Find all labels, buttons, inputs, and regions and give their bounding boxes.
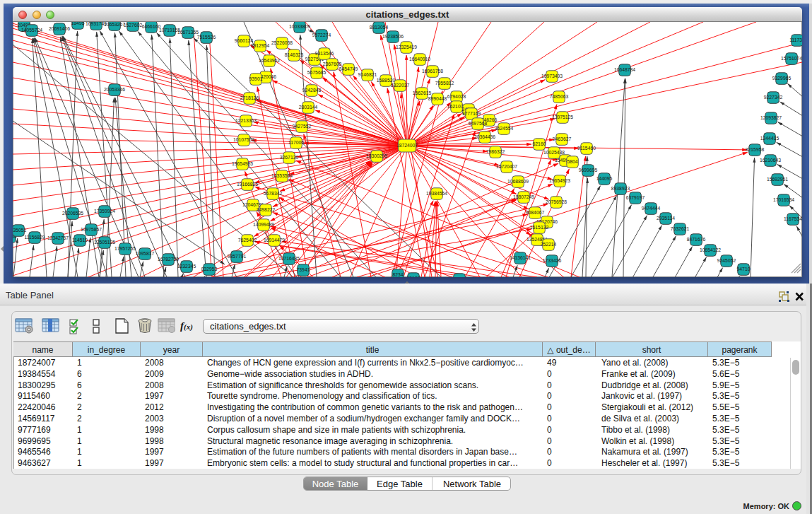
svg-text:114519: 114519 bbox=[72, 238, 88, 243]
svg-text:1095817: 1095817 bbox=[136, 251, 155, 256]
svg-text:12213363: 12213363 bbox=[235, 118, 257, 123]
svg-text:14353594: 14353594 bbox=[271, 173, 293, 178]
svg-text:15720407: 15720407 bbox=[496, 164, 517, 169]
svg-text:19166825: 19166825 bbox=[237, 182, 258, 187]
svg-text:9242848: 9242848 bbox=[302, 88, 322, 93]
svg-text:16782759: 16782759 bbox=[158, 257, 179, 262]
svg-text:435051: 435051 bbox=[13, 228, 27, 233]
svg-text:10025438: 10025438 bbox=[543, 150, 565, 155]
svg-text:1615132: 1615132 bbox=[530, 225, 549, 230]
svg-text:9427552: 9427552 bbox=[293, 124, 312, 129]
svg-text:20756928: 20756928 bbox=[546, 199, 567, 204]
svg-text:12093827: 12093827 bbox=[760, 115, 782, 120]
svg-text:25226058: 25226058 bbox=[271, 40, 293, 45]
svg-text:117006: 117006 bbox=[288, 140, 304, 145]
svg-text:9115460: 9115460 bbox=[577, 146, 596, 151]
svg-text:10654122: 10654122 bbox=[700, 247, 721, 252]
svg-text:8471676: 8471676 bbox=[687, 237, 706, 242]
svg-text:3267130: 3267130 bbox=[280, 155, 299, 160]
svg-text:1244415: 1244415 bbox=[760, 136, 779, 141]
svg-text:20654: 20654 bbox=[453, 276, 466, 277]
svg-text:14055724: 14055724 bbox=[21, 28, 42, 33]
svg-text:14099489: 14099489 bbox=[253, 222, 274, 227]
svg-text:6466160: 6466160 bbox=[142, 24, 161, 29]
svg-text:16543962: 16543962 bbox=[259, 58, 280, 63]
svg-text:10653267: 10653267 bbox=[104, 22, 125, 27]
svg-text:11156829: 11156829 bbox=[24, 235, 45, 240]
svg-text:62160: 62160 bbox=[533, 141, 546, 146]
svg-text:2367608: 2367608 bbox=[323, 62, 342, 66]
svg-text:20206535: 20206535 bbox=[62, 211, 83, 216]
svg-text:10975857: 10975857 bbox=[81, 227, 102, 232]
svg-text:9313546: 9313546 bbox=[315, 51, 334, 56]
svg-text:10033809: 10033809 bbox=[289, 24, 310, 29]
svg-text:12505135: 12505135 bbox=[94, 240, 115, 245]
svg-text:111734: 111734 bbox=[789, 37, 802, 42]
svg-text:73941: 73941 bbox=[297, 267, 310, 272]
svg-text:7955812: 7955812 bbox=[435, 81, 454, 86]
svg-text:9572274: 9572274 bbox=[312, 33, 331, 37]
svg-text:19654985: 19654985 bbox=[232, 161, 253, 166]
svg-text:8146323: 8146323 bbox=[285, 52, 304, 57]
svg-text:16210643: 16210643 bbox=[760, 158, 781, 163]
svg-text:5675685: 5675685 bbox=[307, 70, 326, 75]
svg-text:17957255: 17957255 bbox=[114, 246, 136, 251]
svg-text:9777169: 9777169 bbox=[462, 111, 481, 116]
svg-text:8813054: 8813054 bbox=[370, 25, 389, 30]
svg-text:5678342: 5678342 bbox=[264, 191, 283, 196]
svg-text:18724007: 18724007 bbox=[396, 143, 418, 148]
svg-text:7632621: 7632621 bbox=[671, 226, 690, 231]
svg-text:1232345: 1232345 bbox=[177, 264, 196, 269]
svg-text:95123: 95123 bbox=[407, 276, 420, 277]
svg-text:(x): (x) bbox=[184, 322, 193, 332]
svg-text:9474444: 9474444 bbox=[642, 206, 661, 211]
svg-text:6379197: 6379197 bbox=[626, 195, 645, 200]
svg-text:2803144: 2803144 bbox=[299, 105, 318, 110]
svg-text:16648784: 16648784 bbox=[614, 67, 635, 72]
svg-text:16671355: 16671355 bbox=[177, 30, 199, 35]
svg-text:17359924: 17359924 bbox=[94, 209, 115, 214]
svg-text:252214: 252214 bbox=[541, 242, 557, 247]
svg-text:16914479: 16914479 bbox=[264, 238, 285, 243]
svg-text:9084067: 9084067 bbox=[526, 210, 545, 215]
svg-text:8912954: 8912954 bbox=[251, 43, 270, 48]
svg-text:16640910: 16640910 bbox=[409, 57, 430, 62]
svg-text:6794028: 6794028 bbox=[447, 94, 466, 99]
svg-text:6497568: 6497568 bbox=[469, 121, 488, 126]
svg-text:19384554: 19384554 bbox=[426, 191, 447, 196]
svg-text:7485063: 7485063 bbox=[550, 94, 569, 99]
svg-text:2935114: 2935114 bbox=[657, 216, 675, 221]
svg-text:18300295: 18300295 bbox=[366, 153, 387, 158]
svg-text:15751074: 15751074 bbox=[781, 56, 802, 61]
svg-text:9699695: 9699695 bbox=[579, 168, 598, 173]
svg-text:10107553: 10107553 bbox=[233, 137, 254, 142]
svg-text:832953: 832953 bbox=[201, 267, 218, 271]
svg-text:2718126: 2718126 bbox=[240, 95, 259, 100]
svg-text:9463627: 9463627 bbox=[553, 136, 572, 141]
svg-text:9857791: 9857791 bbox=[228, 254, 247, 259]
svg-text:9146821: 9146821 bbox=[358, 72, 377, 77]
svg-text:10973493: 10973493 bbox=[541, 74, 563, 78]
svg-text:10688609: 10688609 bbox=[507, 179, 529, 184]
svg-text:3624554: 3624554 bbox=[495, 126, 514, 131]
svg-text:9227342: 9227342 bbox=[764, 95, 783, 100]
svg-text:18495: 18495 bbox=[71, 22, 85, 25]
svg-text:13975125: 13975125 bbox=[552, 115, 573, 119]
svg-text:1733426: 1733426 bbox=[543, 258, 562, 263]
svg-text:12342757: 12342757 bbox=[47, 235, 69, 240]
svg-text:9660124: 9660124 bbox=[235, 38, 254, 43]
svg-text:93901: 93901 bbox=[249, 76, 263, 81]
svg-text:19654923: 19654923 bbox=[549, 178, 570, 183]
svg-text:1588520: 1588520 bbox=[377, 78, 396, 83]
svg-text:8454749: 8454749 bbox=[339, 66, 358, 71]
svg-text:1527602: 1527602 bbox=[124, 23, 143, 28]
svg-text:14136141: 14136141 bbox=[510, 255, 531, 260]
svg-text:8234: 8234 bbox=[392, 272, 403, 277]
svg-text:8215958: 8215958 bbox=[746, 147, 765, 152]
svg-text:12325419: 12325419 bbox=[396, 45, 417, 49]
svg-text:7986322: 7986322 bbox=[486, 149, 505, 154]
svg-text:9245052: 9245052 bbox=[717, 258, 736, 263]
svg-text:20691406: 20691406 bbox=[49, 26, 70, 31]
svg-text:5804: 5804 bbox=[567, 159, 577, 164]
svg-text:1562615: 1562615 bbox=[413, 90, 432, 95]
